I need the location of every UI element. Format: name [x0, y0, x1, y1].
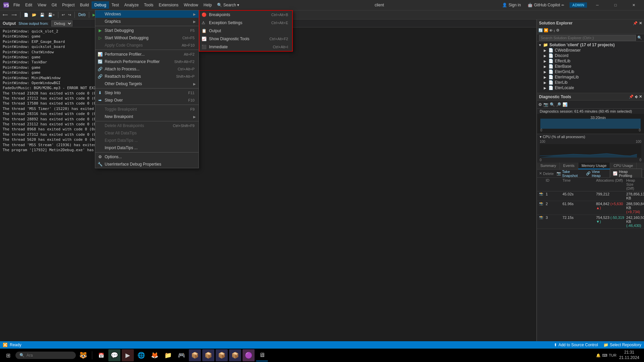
dt-close-button[interactable]: ✕ — [639, 95, 642, 99]
se-pin-button[interactable]: 📌 — [633, 21, 638, 25]
taskbar-game1[interactable]: 🎮 — [175, 349, 187, 361]
menu-analyze[interactable]: Analyze — [122, 1, 142, 9]
menu-view[interactable]: View — [35, 1, 49, 9]
dm-item-other-targets[interactable]: Other Debug Targets — [95, 80, 199, 87]
minimize-button[interactable]: ─ — [590, 0, 605, 10]
taskbar-vs[interactable]: 🖥 — [256, 349, 268, 361]
toolbar-redo[interactable]: ↪ — [67, 12, 72, 18]
taskbar-tiger[interactable]: 🐯 — [77, 349, 89, 361]
taskbar-app4[interactable]: 📦 — [229, 349, 241, 361]
menu-search[interactable]: 🔍 Search ▾ — [214, 1, 242, 9]
dt-camera-icon[interactable]: 📷 — [543, 102, 548, 107]
dm-item-attach-process[interactable]: 🔗 Attach to Process... Ctrl+Alt+P — [95, 65, 199, 73]
tree-item-etergrnlib[interactable]: ▶ 📄 EterGrnLib — [537, 69, 644, 74]
dt-chart-icon[interactable]: 📊 — [562, 102, 568, 107]
dt-view-heap-button[interactable]: 🔗 View Heap — [586, 170, 607, 178]
dm-item-graphics[interactable]: Graphics — [95, 18, 199, 25]
dm-item-step-over[interactable]: ➡ Step Over F10 — [95, 97, 199, 104]
dt-settings-icon[interactable]: ⚙ — [538, 102, 542, 107]
output-source-dropdown[interactable]: Debug Build — [51, 20, 72, 26]
dm-item-start-debugging[interactable]: ▶ Start Debugging F5 — [95, 27, 199, 34]
tree-item-discord[interactable]: ▶ 📄 Discord — [537, 53, 644, 58]
menu-project[interactable]: Project — [59, 1, 77, 9]
output-content[interactable]: PointWindow: quick_slot_2PointWindow: ga… — [0, 27, 536, 349]
taskbar-edge[interactable]: 🌐 — [135, 349, 147, 361]
heap-profiling-button[interactable]: 📈 Heap Profiling — [610, 169, 642, 179]
toolbar-back[interactable]: ⟵ — [1, 12, 9, 18]
taskbar-app3[interactable]: 📦 — [216, 349, 228, 361]
start-button[interactable]: ⊞ — [2, 349, 14, 361]
se-tree[interactable]: ▼ 📁 Solution 'client' (17 of 17 projects… — [537, 42, 644, 93]
menu-debug[interactable]: Debug — [92, 1, 109, 9]
menu-extensions[interactable]: Extensions — [156, 1, 181, 9]
ws-item-show-diagnostic-tools[interactable]: 📈 Show Diagnostic Tools Ctrl+Alt+F2 — [200, 35, 292, 43]
tree-item-eterlib[interactable]: ▶ 📄 EterLib — [537, 80, 644, 85]
dm-item-relaunch-profiler[interactable]: 🔄 Relaunch Performance Profiler Shift+Al… — [95, 58, 199, 65]
systray-notification[interactable]: 🔔 — [596, 353, 601, 358]
toolbar-save[interactable]: 💾 — [39, 12, 46, 18]
ws-item-immediate[interactable]: ⬛ Immediate Ctrl+Alt+I — [200, 43, 292, 51]
dm-item-ui-debug-props[interactable]: 🔧 UserInterface Debug Properties — [95, 161, 199, 168]
table-row[interactable]: 📸 1 45.02s 799,212 278,856,13 KB — [537, 191, 644, 201]
sign-in-button[interactable]: 👤 Sign in — [502, 3, 521, 7]
systray-language[interactable]: TUR — [609, 353, 616, 357]
toolbar-new[interactable]: 📄 — [22, 12, 30, 18]
add-to-source-control[interactable]: ⬆ Add to Source Control — [554, 343, 598, 347]
taskbar-firefox[interactable]: 🦊 — [149, 349, 161, 361]
dm-item-options[interactable]: ⚙ Options... — [95, 153, 199, 161]
dm-item-start-without-debugging[interactable]: ▷ Start Without Debugging Ctrl+F5 — [95, 34, 199, 42]
se-collapse-btn[interactable]: ↕ — [553, 28, 555, 33]
toolbar-open[interactable]: 📂 — [31, 12, 38, 18]
toolbar-undo[interactable]: ↩ — [60, 12, 66, 18]
tree-item-eterlocale[interactable]: ▶ 📄 EterLocale — [537, 85, 644, 90]
tree-item-effectlib[interactable]: ▶ 📄 EffectLib — [537, 58, 644, 64]
se-search-input[interactable] — [539, 35, 636, 41]
tree-item-eterbase[interactable]: ▶ 📄 EterBase — [537, 64, 644, 69]
dm-item-import-datatips[interactable]: Import DataTips ... — [95, 144, 199, 152]
dm-item-step-into[interactable]: ⬇ Step Into F11 — [95, 89, 199, 97]
dt-take-snapshot-button[interactable]: 📷 Take Snapshot — [556, 170, 583, 178]
menu-git[interactable]: Git — [49, 1, 59, 9]
taskbar-explorer[interactable]: 📁 — [162, 349, 174, 361]
copilot-button[interactable]: 🤖 GitHub Copilot ✏ — [528, 3, 564, 7]
systray-keyboard[interactable]: ⌨ — [602, 353, 607, 358]
taskbar-whatsapp[interactable]: 💬 — [108, 349, 120, 361]
dm-item-windows[interactable]: Windows — [95, 10, 199, 18]
dt-undock-button[interactable]: ⬖ — [635, 95, 638, 99]
taskbar-purple-app[interactable]: 🟣 — [243, 349, 255, 361]
toolbar-save-all[interactable]: 💾+ — [47, 12, 56, 18]
ws-item-breakpoints[interactable]: 🔴 Breakpoints Ctrl+Alt+B — [200, 11, 292, 19]
dt-zoomin-icon[interactable]: 🔍 — [550, 102, 555, 107]
taskbar-search-input[interactable] — [26, 353, 53, 358]
dm-item-performance-profiler[interactable]: 📊 Performance Profiler... Alt+F2 — [95, 51, 199, 58]
taskbar-app1[interactable]: 📦 — [189, 349, 201, 361]
select-repository-button[interactable]: 📁 Select Repository — [603, 343, 641, 347]
menu-help[interactable]: Help — [201, 1, 215, 9]
tree-item-cwebbrowser[interactable]: ▶ 📄 CWebBrowser — [537, 48, 644, 53]
se-preview-btn[interactable]: 👁 — [549, 28, 553, 33]
menu-file[interactable]: File — [11, 1, 22, 9]
menu-window[interactable]: Window — [181, 1, 201, 9]
menu-tools[interactable]: Tools — [141, 1, 156, 9]
tree-item-eterimagelib[interactable]: ▶ 📄 EterImageLib — [537, 74, 644, 80]
table-row[interactable]: 📸 2 61.96s 804,842 (+5,630 ▲) 288,590,84… — [537, 201, 644, 215]
taskbar-app2[interactable]: 📦 — [202, 349, 214, 361]
se-sync-btn[interactable]: 🔄 — [538, 28, 543, 33]
se-settings-btn[interactable]: ⚙ — [556, 28, 559, 33]
se-filter-btn[interactable]: 🔽 — [544, 28, 548, 33]
dm-item-reattach-process[interactable]: 🔗 Reattach to Process Shift+Alt+P — [95, 73, 199, 80]
close-button[interactable]: ✕ — [626, 0, 641, 10]
ws-item-output[interactable]: 📋 Output — [200, 27, 292, 35]
toolbar-forward[interactable]: ⟶ — [10, 12, 18, 18]
dt-zoomout-icon[interactable]: 🔎 — [556, 102, 561, 107]
taskbar-task-view[interactable]: 📅 — [95, 349, 107, 361]
se-close-button[interactable]: ✕ — [639, 21, 642, 25]
table-row[interactable]: 📸 3 72.15s 754,523 (-50,319 ▼) 242,160,5… — [537, 215, 644, 229]
dt-timeline[interactable]: 33:20min 0 0 — [537, 114, 644, 134]
menu-edit[interactable]: Edit — [22, 1, 35, 9]
dt-delete-button[interactable]: ✕ Delete — [539, 171, 554, 176]
dt-pin-button[interactable]: 📌 — [629, 95, 634, 99]
maximize-button[interactable]: □ — [608, 0, 623, 10]
menu-test[interactable]: Test — [109, 1, 122, 9]
ws-item-exception-settings[interactable]: ⚠ Exception Settings Ctrl+Alt+E — [200, 19, 292, 27]
